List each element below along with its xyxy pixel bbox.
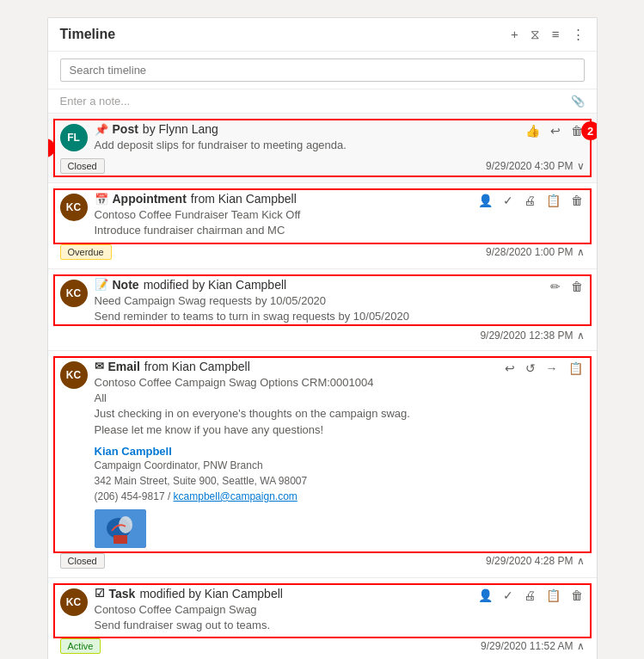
timeline-item-task: KC ☑ Task modified by Kian Campbell Cont…	[48, 578, 597, 659]
assign-button-task[interactable]: 👤	[476, 587, 494, 604]
forward-button-email[interactable]: →	[544, 360, 560, 377]
marker-2: 2	[581, 121, 597, 140]
add-icon[interactable]: +	[511, 27, 518, 42]
task-desc: Contoso Coffee Campaign SwagSend fundrai…	[95, 602, 469, 633]
email-badge: Closed	[60, 553, 105, 569]
marker-1: 1	[48, 139, 55, 157]
svg-rect-2	[113, 535, 127, 544]
item-left-task: KC ☑ Task modified by Kian Campbell Cont…	[60, 587, 469, 633]
task-badge: Active	[60, 638, 101, 654]
email-desc: Contoso Coffee Campaign Swag Options CRM…	[95, 375, 496, 438]
avatar-kc-task: KC	[60, 588, 88, 616]
timeline-content: 1 FL 📌 Post by Flynn Lang Add deposit sl…	[48, 114, 597, 659]
email-title: ✉ Email from Kian Campbell	[95, 360, 496, 373]
sig-name: Kian Campbell	[95, 445, 496, 458]
delete-button-note[interactable]: 🗑	[569, 278, 585, 295]
post-author: by Flynn Lang	[143, 122, 218, 136]
reply-button[interactable]: ↩	[549, 122, 562, 139]
delete-button-appt[interactable]: 🗑	[569, 192, 585, 209]
notes-button-appt[interactable]: 📋	[544, 192, 562, 209]
task-timestamp: 9/29/2020 11:52 AM ∧	[481, 640, 584, 652]
email-type: Email	[108, 360, 140, 373]
item-left-note: KC 📝 Note modified by Kian Campbell Need…	[60, 278, 542, 324]
sig-email-link[interactable]: kcampbell@campaign.com	[174, 490, 297, 502]
email-logo-image	[95, 509, 146, 548]
more-icon[interactable]: ⋮	[572, 27, 585, 42]
like-button[interactable]: 👍	[524, 122, 542, 139]
appt-icon: 📅	[95, 193, 108, 206]
complete-button-appt[interactable]: ✓	[501, 192, 515, 209]
timeline-item-note: KC 📝 Note modified by Kian Campbell Need…	[48, 269, 597, 351]
chevron-up-icon-task[interactable]: ∧	[577, 640, 585, 652]
item-left-appt: KC 📅 Appointment from Kian Campbell Cont…	[60, 192, 469, 238]
item-header-email: KC ✉ Email from Kian Campbell Contoso Co…	[60, 360, 585, 548]
item-body-appt: 📅 Appointment from Kian Campbell Contoso…	[95, 192, 469, 238]
print-button-task[interactable]: 🖨	[522, 587, 537, 604]
sig-address: 342 Main Street, Suite 900, Seattle, WA …	[95, 473, 496, 489]
email-footer: Closed 9/29/2020 4:28 PM ∧	[60, 553, 585, 569]
post-footer: Closed 9/29/2020 4:30 PM ∨	[60, 158, 585, 174]
appt-actions: 👤 ✓ 🖨 📋 🗑	[476, 192, 585, 209]
delete-button-task[interactable]: 🗑	[569, 587, 585, 604]
sort-icon[interactable]: ≡	[552, 27, 560, 42]
post-timestamp: 9/29/2020 4:30 PM ∨	[486, 160, 584, 172]
note-author: modified by Kian Campbell	[144, 278, 287, 292]
appt-badge: Overdue	[60, 244, 112, 260]
notes-button-task[interactable]: 📋	[544, 587, 562, 604]
note-icon: 📝	[95, 278, 108, 291]
item-header-task: KC ☑ Task modified by Kian Campbell Cont…	[60, 587, 585, 633]
chevron-up-icon-appt[interactable]: ∧	[577, 246, 585, 258]
appt-author: from Kian Campbell	[191, 192, 297, 206]
panel-title: Timeline	[60, 27, 511, 42]
edit-button-note[interactable]: ✏	[549, 278, 562, 295]
item-body: 📌 Post by Flynn Lang Add deposit slips f…	[95, 122, 517, 153]
item-body-note: 📝 Note modified by Kian Campbell Need Ca…	[95, 278, 542, 324]
post-icon: 📌	[95, 123, 108, 136]
reply-all-button-email[interactable]: ↺	[524, 360, 537, 377]
item-left: FL 📌 Post by Flynn Lang Add deposit slip…	[60, 122, 517, 153]
post-type: Post	[113, 122, 138, 136]
note-title: 📝 Note modified by Kian Campbell	[95, 278, 542, 292]
appt-timestamp: 9/28/2020 1:00 PM ∧	[486, 246, 584, 258]
chevron-up-icon-note[interactable]: ∧	[577, 330, 585, 342]
timeline-item-post: 1 FL 📌 Post by Flynn Lang Add deposit sl…	[48, 114, 597, 183]
sig-role: Campaign Coordinator, PNW Branch	[95, 458, 496, 473]
chevron-up-icon-email[interactable]: ∧	[577, 555, 585, 567]
timeline-item-appointment: KC 📅 Appointment from Kian Campbell Cont…	[48, 183, 597, 268]
avatar-kc-note: KC	[60, 280, 88, 307]
reply-button-email[interactable]: ↩	[503, 360, 517, 377]
email-signature: Kian Campbell Campaign Coordinator, PNW …	[95, 445, 496, 548]
note-timestamp: 9/29/2020 12:38 PM ∧	[480, 330, 584, 342]
note-desc: Need Campaign Swag requests by 10/05/202…	[95, 293, 542, 324]
task-icon: ☑	[95, 587, 105, 600]
post-actions: 👍 ↩ 🗑	[524, 122, 585, 139]
item-header-note: KC 📝 Note modified by Kian Campbell Need…	[60, 278, 585, 324]
timeline-item-email: KC ✉ Email from Kian Campbell Contoso Co…	[48, 351, 597, 578]
appt-desc: Contoso Coffee Fundraiser Team Kick OffI…	[95, 207, 469, 238]
task-title: ☑ Task modified by Kian Campbell	[95, 587, 469, 600]
appt-footer: Overdue 9/28/2020 1:00 PM ∧	[60, 244, 585, 260]
note-footer: 9/29/2020 12:38 PM ∧	[60, 330, 585, 342]
note-bar: Enter a note... 📎	[48, 89, 597, 114]
item-body-task: ☑ Task modified by Kian Campbell Contoso…	[95, 587, 469, 633]
complete-button-task[interactable]: ✓	[501, 587, 515, 604]
note-actions: ✏ 🗑	[549, 278, 585, 295]
avatar-kc-appt: KC	[60, 194, 88, 221]
task-actions: 👤 ✓ 🖨 📋 🗑	[476, 587, 585, 604]
assign-button-appt[interactable]: 👤	[476, 192, 494, 209]
item-header: FL 📌 Post by Flynn Lang Add deposit slip…	[60, 122, 585, 153]
notes-button-email[interactable]: 📋	[567, 360, 585, 377]
timeline-panel: Timeline + ⧖ ≡ ⋮ Enter a note... 📎 1 FL	[47, 17, 598, 659]
note-placeholder: Enter a note...	[60, 95, 131, 108]
attachment-icon: 📎	[571, 95, 585, 108]
item-header-appt: KC 📅 Appointment from Kian Campbell Cont…	[60, 192, 585, 238]
email-author: from Kian Campbell	[144, 360, 250, 373]
note-type: Note	[113, 278, 139, 292]
print-button-appt[interactable]: 🖨	[522, 192, 537, 209]
chevron-down-icon[interactable]: ∨	[577, 160, 585, 172]
appt-title: 📅 Appointment from Kian Campbell	[95, 192, 469, 206]
task-author: modified by Kian Campbell	[139, 587, 283, 600]
item-title: 📌 Post by Flynn Lang	[95, 122, 517, 136]
filter-icon[interactable]: ⧖	[531, 27, 540, 42]
search-input[interactable]	[60, 59, 585, 82]
